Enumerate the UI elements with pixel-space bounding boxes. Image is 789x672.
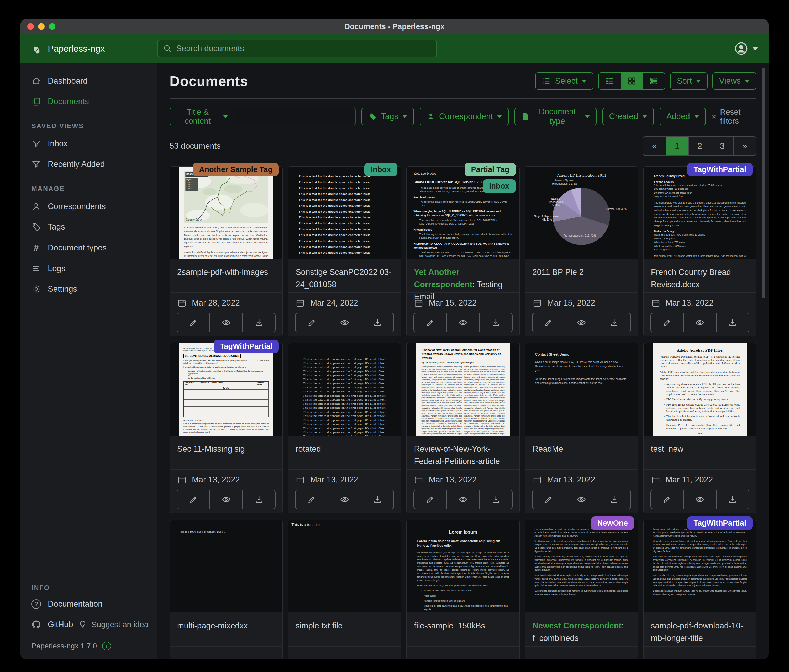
document-thumbnail[interactable]: This is a test for the double space char… xyxy=(288,167,401,259)
sidebar-item-correspondents[interactable]: Correspondents xyxy=(21,196,157,217)
document-thumbnail[interactable]: Boundary Waters TripLegendDay 1Day 2Day … xyxy=(170,167,283,259)
pagination-page-3[interactable]: 3 xyxy=(711,137,733,155)
document-card[interactable]: Patient BP Distribution 2011Isolated Sys… xyxy=(525,166,638,336)
document-type-filter-button[interactable]: Document type xyxy=(514,108,597,125)
document-title[interactable]: rotated xyxy=(288,436,401,469)
edit-button[interactable] xyxy=(533,490,565,509)
sidebar-item-settings[interactable]: Settings xyxy=(21,279,157,299)
document-thumbnail[interactable]: Adobe Acrobat PDF FilesAdobe® Portable D… xyxy=(644,343,756,436)
sidebar-item-logs[interactable]: Logs xyxy=(21,258,157,279)
correspondent-link[interactable]: Newest Correspondent xyxy=(533,621,621,630)
views-button[interactable]: Views xyxy=(712,72,757,90)
sidebar-item-github[interactable]: GitHub xyxy=(21,614,76,635)
created-filter-button[interactable]: Created xyxy=(602,108,654,125)
download-button[interactable] xyxy=(242,314,275,332)
download-button[interactable] xyxy=(479,314,512,332)
pagination-page-2[interactable]: 2 xyxy=(688,137,711,155)
sidebar-item-dashboard[interactable]: Dashboard xyxy=(21,71,157,91)
pagination-next[interactable]: » xyxy=(733,137,756,155)
tag-badge[interactable]: NewOne xyxy=(591,516,634,530)
pagination-page-1[interactable]: 1 xyxy=(666,137,688,155)
edit-button[interactable] xyxy=(295,490,328,509)
document-card[interactable]: Partial TagInbox Release NotesSimba ODBC… xyxy=(406,166,519,336)
document-title[interactable]: ReadMe xyxy=(525,436,638,469)
download-button[interactable] xyxy=(598,314,631,332)
view-button[interactable] xyxy=(565,314,598,332)
tag-badge[interactable]: Another Sample Tag xyxy=(193,163,279,176)
view-button[interactable] xyxy=(446,314,479,332)
document-card[interactable]: Contact Sheet DemoGiven a set of image f… xyxy=(525,343,638,513)
document-title[interactable]: 2011 BP Pie 2 xyxy=(525,259,638,293)
view-button[interactable] xyxy=(446,490,479,509)
tags-filter-button[interactable]: Tags xyxy=(361,108,414,125)
document-title[interactable]: Yet Another Correspondent: Testing Email xyxy=(407,259,519,293)
document-card[interactable]: Another Sample Tag Boundary Waters TripL… xyxy=(169,166,283,336)
sort-button[interactable]: Sort xyxy=(670,72,708,90)
document-thumbnail[interactable]: Lorem ipsumLorem ipsum dolor sit amet, c… xyxy=(407,520,519,613)
edit-button[interactable] xyxy=(177,490,209,509)
minimize-window-button[interactable] xyxy=(38,23,45,30)
document-title[interactable]: French Country Bread Revised.docx xyxy=(644,259,756,293)
sidebar-item-tags[interactable]: Tags xyxy=(21,217,157,237)
sidebar-item-inbox[interactable]: Inbox xyxy=(21,134,157,154)
document-title[interactable]: Newest Correspondent: f_combineds xyxy=(525,613,638,646)
document-card[interactable]: Inbox This is a test for the double spac… xyxy=(288,166,401,336)
correspondent-link[interactable]: Yet Another Correspondent xyxy=(414,268,472,289)
edit-button[interactable] xyxy=(414,314,446,332)
document-title[interactable]: Sonstige ScanPC2022 03-24_081058 xyxy=(288,259,401,293)
edit-button[interactable] xyxy=(651,490,683,509)
added-filter-button[interactable]: Added xyxy=(660,108,706,125)
suggest-idea-link[interactable]: Suggest an idea xyxy=(76,615,151,634)
document-thumbnail[interactable]: Application for Medical Staff MembersGoo… xyxy=(170,343,283,436)
reset-filters-button[interactable]: × Reset filters xyxy=(712,108,757,125)
edit-button[interactable] xyxy=(414,490,446,509)
search-input[interactable]: Search documents xyxy=(157,40,437,57)
info-icon[interactable]: i xyxy=(102,642,111,650)
select-button[interactable]: Select xyxy=(535,72,593,90)
detail-view-button[interactable] xyxy=(643,73,665,89)
close-window-button[interactable] xyxy=(27,23,34,30)
document-card[interactable]: This is the text that appears on the fir… xyxy=(288,343,401,513)
correspondent-filter-button[interactable]: Correspondent xyxy=(420,108,509,125)
download-button[interactable] xyxy=(716,490,749,509)
download-button[interactable] xyxy=(598,490,631,509)
edit-button[interactable] xyxy=(533,314,565,332)
pagination-prev[interactable]: « xyxy=(643,137,666,155)
document-title[interactable]: Review-of-New-York-Federal-Petitions-art… xyxy=(407,436,519,469)
download-button[interactable] xyxy=(479,490,512,509)
document-card[interactable]: TagWithPartial Lorem ipsum dolor sit ame… xyxy=(643,520,757,659)
sidebar-item-documentation[interactable]: ? Documentation xyxy=(21,594,157,614)
document-thumbnail[interactable]: Lorem ipsum dolor sit amet, consectetur … xyxy=(525,520,638,613)
document-card[interactable]: TagWithPartial Application for Medical S… xyxy=(169,343,283,513)
document-thumbnail[interactable]: Lorem ipsum dolor sit amet, consectetur … xyxy=(644,520,756,613)
tag-badge[interactable]: TagWithPartial xyxy=(687,516,752,530)
document-card[interactable]: Lorem ipsumLorem ipsum dolor sit amet, c… xyxy=(406,520,519,659)
document-card[interactable]: Review of New York Federal Petitions for… xyxy=(406,343,519,513)
view-button[interactable] xyxy=(683,490,716,509)
document-title[interactable]: file-sample_150kBs xyxy=(407,613,519,646)
tag-badge[interactable]: Inbox xyxy=(483,179,516,193)
tag-badge[interactable]: Inbox xyxy=(364,163,397,176)
document-title[interactable]: sample-pdf-download-10-mb-longer-title xyxy=(644,613,756,646)
view-button[interactable] xyxy=(209,314,242,332)
edit-button[interactable] xyxy=(651,314,683,332)
document-thumbnail[interactable]: Review of New York Federal Petitions for… xyxy=(407,343,519,436)
scrollbar-thumb[interactable] xyxy=(762,68,765,298)
download-button[interactable] xyxy=(716,314,749,332)
download-button[interactable] xyxy=(361,490,393,509)
view-button[interactable] xyxy=(328,314,361,332)
document-thumbnail[interactable]: This is a test file. xyxy=(288,520,401,613)
document-thumbnail[interactable]: French Country BreadFor the Leaven1 heap… xyxy=(644,167,756,259)
sidebar-item-documents[interactable]: Documents xyxy=(21,91,157,112)
tag-badge[interactable]: TagWithPartial xyxy=(214,340,279,353)
document-card[interactable]: NewOne Lorem ipsum dolor sit amet, conse… xyxy=(525,520,638,659)
document-thumbnail[interactable]: This is a multi page document. Page 1. xyxy=(170,520,283,613)
list-view-button[interactable] xyxy=(599,73,621,89)
download-button[interactable] xyxy=(361,314,393,332)
sidebar-item-recently-added[interactable]: Recently Added xyxy=(21,154,157,174)
sidebar-item-document-types[interactable]: # Document types xyxy=(21,237,157,258)
edit-button[interactable] xyxy=(177,314,209,332)
title-content-input[interactable] xyxy=(234,108,356,125)
tag-badge[interactable]: Partial Tag xyxy=(465,163,516,176)
document-thumbnail[interactable]: Patient BP Distribution 2011Isolated Sys… xyxy=(525,167,638,259)
